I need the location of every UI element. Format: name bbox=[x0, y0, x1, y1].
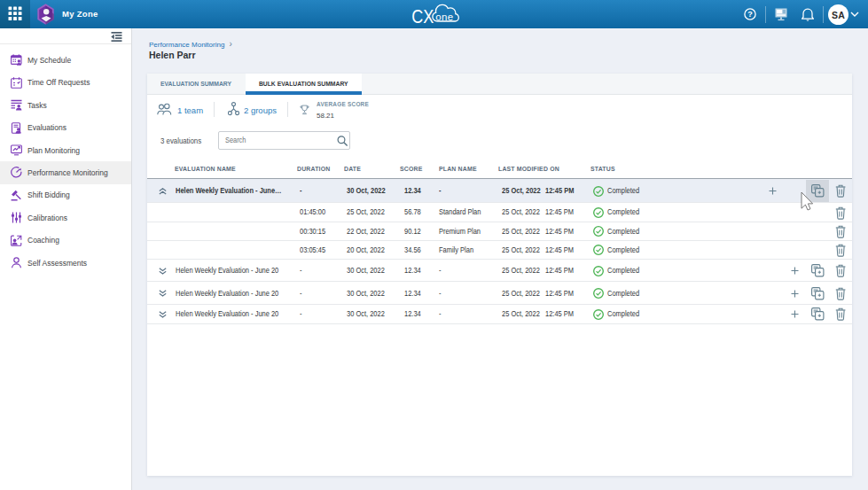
svg-text:one: one bbox=[435, 12, 453, 22]
svg-text:?: ? bbox=[747, 10, 753, 19]
svg-text:CX: CX bbox=[411, 6, 434, 27]
